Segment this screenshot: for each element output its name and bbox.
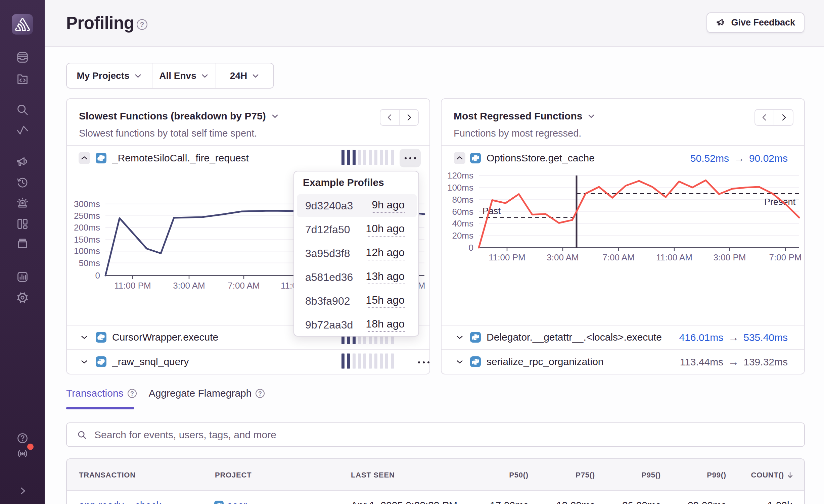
svg-text:11:00 PM: 11:00 PM [489,252,525,262]
svg-text:120ms: 120ms [447,170,473,181]
svg-text:80ms: 80ms [452,195,473,205]
svg-text:?: ? [140,20,144,28]
svg-text:50ms: 50ms [79,258,100,268]
svg-text:250ms: 250ms [74,211,100,221]
svg-text:150ms: 150ms [74,235,100,245]
svg-text:11:00 AM: 11:00 AM [656,252,692,262]
svg-text:?: ? [258,390,262,397]
svg-text:300ms: 300ms [74,199,100,209]
svg-text:0: 0 [469,243,473,253]
svg-text:7:00 AM: 7:00 AM [602,252,634,262]
svg-text:40ms: 40ms [452,218,473,229]
svg-text:3:00 PM: 3:00 PM [714,252,746,262]
svg-text:20ms: 20ms [452,231,473,241]
svg-text:0: 0 [95,270,100,281]
svg-text:200ms: 200ms [74,222,100,233]
svg-text:Past: Past [483,206,501,216]
svg-text:?: ? [130,390,134,397]
svg-text:60ms: 60ms [452,207,473,217]
svg-text:Present: Present [764,197,796,207]
svg-text:3:00 AM: 3:00 AM [173,281,205,291]
svg-text:7:00 PM: 7:00 PM [769,252,802,262]
svg-text:7:00 AM: 7:00 AM [228,281,260,291]
svg-text:3:00 AM: 3:00 AM [547,252,579,262]
svg-text:100ms: 100ms [447,183,473,193]
svg-text:11:00 PM: 11:00 PM [114,281,151,291]
svg-text:100ms: 100ms [74,246,100,256]
